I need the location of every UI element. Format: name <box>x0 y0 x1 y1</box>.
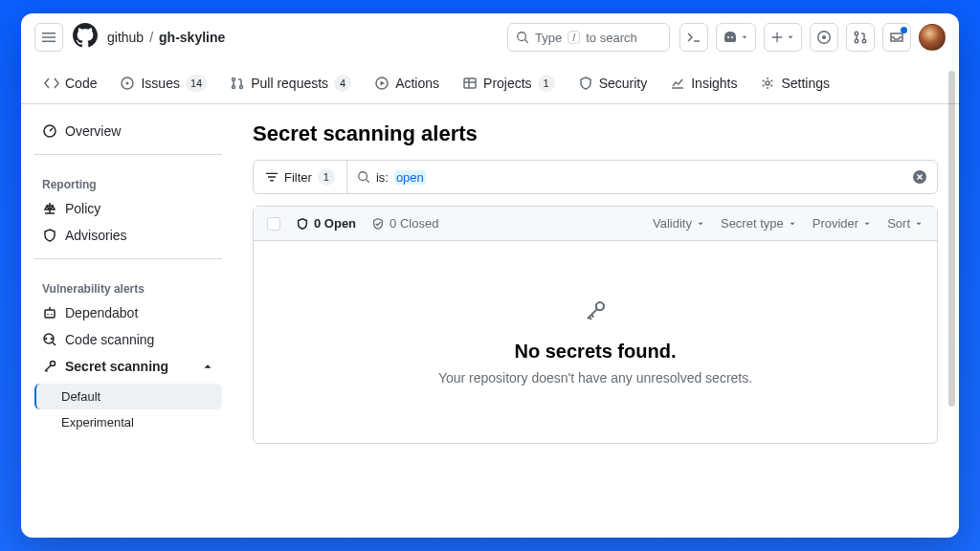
create-new-button[interactable] <box>764 23 802 52</box>
codescan-icon <box>42 332 57 347</box>
sidebar-item-label: Advisories <box>65 228 127 243</box>
copilot-icon <box>723 30 738 45</box>
svg-point-5 <box>862 39 866 43</box>
pull-request-icon <box>230 76 245 91</box>
chevron-down-icon <box>786 33 795 42</box>
search-icon <box>516 31 529 44</box>
closed-filter[interactable]: 0 Closed <box>371 216 438 231</box>
sidebar-item-label: Dependabot <box>65 305 138 320</box>
shield-icon <box>296 217 309 231</box>
tab-pull-requests[interactable]: Pull requests 4 <box>220 67 361 99</box>
tab-label: Issues <box>141 76 179 91</box>
open-filter[interactable]: 0 Open <box>296 216 356 231</box>
terminal-icon <box>686 30 702 45</box>
svg-rect-12 <box>464 78 476 88</box>
filter-bar: Filter 1 is:open <box>253 160 938 194</box>
inbox-icon <box>889 30 904 45</box>
issue-icon <box>120 76 135 91</box>
shield-icon <box>42 228 57 243</box>
table-icon <box>462 76 478 91</box>
pull-request-icon <box>853 30 868 45</box>
sidebar-item-dependabot[interactable]: Dependabot <box>34 299 222 326</box>
sidebar-subitem-experimental[interactable]: Experimental <box>34 409 222 435</box>
filter-input[interactable]: is:open <box>347 161 902 193</box>
copilot-button[interactable] <box>716 23 756 52</box>
tab-label: Security <box>599 76 648 91</box>
breadcrumb: github / gh-skyline <box>107 30 225 45</box>
plus-icon <box>770 31 784 44</box>
issue-icon <box>816 30 832 45</box>
clear-filter-button[interactable] <box>902 161 937 193</box>
closed-label: 0 Closed <box>390 216 438 231</box>
tab-label: Insights <box>691 76 737 91</box>
tab-code[interactable]: Code <box>34 68 106 99</box>
sidebar-item-policy[interactable]: Policy <box>34 195 222 222</box>
key-icon <box>583 298 608 327</box>
select-all-checkbox[interactable] <box>267 217 280 231</box>
chevron-up-icon <box>201 360 214 373</box>
avatar[interactable] <box>919 24 946 51</box>
search-kbd: / <box>568 31 580 44</box>
tab-projects[interactable]: Projects 1 <box>453 67 565 99</box>
tab-label: Pull requests <box>251 76 328 91</box>
tab-count: 14 <box>186 75 207 92</box>
breadcrumb-owner[interactable]: github <box>107 30 144 45</box>
tab-insights[interactable]: Insights <box>660 68 746 99</box>
security-sidebar: Overview Reporting Policy Advisories Vul… <box>21 104 232 538</box>
global-search[interactable]: Type / to search <box>507 23 670 52</box>
dependabot-icon <box>42 305 57 320</box>
svg-point-20 <box>596 302 604 310</box>
filter-label: Filter <box>284 170 312 185</box>
code-icon <box>44 76 59 91</box>
github-logo-icon[interactable] <box>73 23 98 52</box>
dropdown-label: Provider <box>813 216 858 231</box>
sidebar-item-overview[interactable]: Overview <box>34 118 222 144</box>
dropdown-validity[interactable]: Validity <box>653 216 705 231</box>
content-body: Overview Reporting Policy Advisories Vul… <box>21 104 959 538</box>
hamburger-menu-button[interactable] <box>34 23 63 52</box>
tab-issues[interactable]: Issues 14 <box>110 67 216 99</box>
sidebar-item-code-scanning[interactable]: Code scanning <box>34 326 222 353</box>
dropdown-sort[interactable]: Sort <box>887 216 924 231</box>
chevron-down-icon <box>914 219 924 229</box>
breadcrumb-separator: / <box>149 30 153 45</box>
law-icon <box>42 201 57 216</box>
command-palette-button[interactable] <box>679 23 708 52</box>
svg-point-4 <box>855 39 858 43</box>
hamburger-icon <box>41 30 56 45</box>
chevron-down-icon <box>862 219 872 229</box>
sidebar-item-advisories[interactable]: Advisories <box>34 222 222 249</box>
graph-icon <box>670 76 685 91</box>
sidebar-heading-vuln-alerts: Vulnerability alerts <box>34 269 222 299</box>
notifications-button[interactable] <box>882 23 911 52</box>
svg-point-18 <box>359 172 368 181</box>
tab-label: Actions <box>395 76 439 91</box>
svg-point-7 <box>126 81 129 84</box>
pull-requests-button[interactable] <box>846 23 875 52</box>
alerts-panel: 0 Open 0 Closed Validity Secret type <box>253 206 938 444</box>
sidebar-subitem-default[interactable]: Default <box>34 384 222 409</box>
svg-point-0 <box>518 33 526 41</box>
breadcrumb-repo[interactable]: gh-skyline <box>159 30 225 45</box>
sidebar-heading-reporting: Reporting <box>34 165 222 195</box>
filter-button[interactable]: Filter 1 <box>254 161 347 193</box>
issues-button[interactable] <box>810 23 838 52</box>
key-icon <box>42 359 57 374</box>
tab-security[interactable]: Security <box>568 68 657 99</box>
dropdown-secret-type[interactable]: Secret type <box>721 216 797 231</box>
tab-label: Settings <box>781 76 830 91</box>
filter-icon <box>265 170 278 184</box>
tab-actions[interactable]: Actions <box>365 68 449 99</box>
top-bar: github / gh-skyline Type / to search <box>21 13 959 62</box>
tab-settings[interactable]: Settings <box>750 68 839 99</box>
svg-point-9 <box>233 85 235 88</box>
dropdown-label: Validity <box>653 216 692 231</box>
sidebar-item-label: Policy <box>65 201 100 216</box>
scroll-thumb[interactable] <box>948 71 955 407</box>
app-window: github / gh-skyline Type / to search <box>21 13 959 538</box>
main-content: Secret scanning alerts Filter 1 is:open <box>232 104 959 538</box>
sidebar-item-secret-scanning[interactable]: Secret scanning <box>34 353 222 380</box>
scrollbar[interactable] <box>948 71 955 518</box>
chevron-down-icon <box>696 219 705 229</box>
dropdown-provider[interactable]: Provider <box>813 216 872 231</box>
